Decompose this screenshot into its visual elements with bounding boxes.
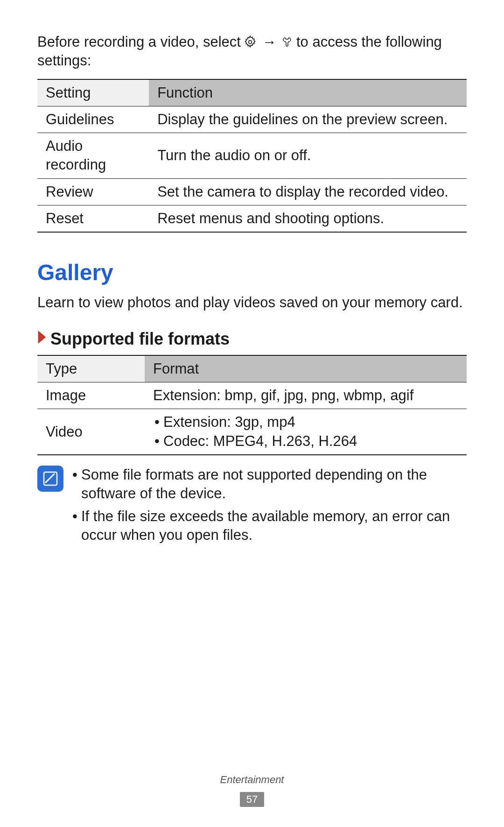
note-item: Some file formats are not supported depe… bbox=[71, 466, 467, 503]
format-cell: Extension: 3gp, mp4 Codec: MPEG4, H.263,… bbox=[145, 409, 467, 455]
header-setting: Setting bbox=[37, 79, 149, 106]
video-formats-list: Extension: 3gp, mp4 Codec: MPEG4, H.263,… bbox=[153, 413, 458, 451]
svg-point-0 bbox=[248, 41, 252, 44]
type-cell: Video bbox=[37, 409, 145, 455]
intro-paragraph: Before recording a video, select → to ac… bbox=[37, 33, 467, 71]
table-row: Audio recording Turn the audio on or off… bbox=[37, 133, 467, 179]
gallery-description: Learn to view photos and play videos sav… bbox=[37, 293, 467, 312]
function-cell: Reset menus and shooting options. bbox=[149, 205, 467, 233]
subsection-title: Supported file formats bbox=[50, 328, 230, 350]
header-type: Type bbox=[37, 355, 145, 382]
type-cell: Image bbox=[37, 382, 145, 409]
intro-before-text: Before recording a video, select bbox=[37, 33, 241, 51]
table-header-row: Setting Function bbox=[37, 79, 467, 106]
note-item: If the file size exceeds the available m… bbox=[71, 507, 467, 545]
setting-cell: Audio recording bbox=[37, 133, 149, 179]
table-row: Image Extension: bmp, gif, jpg, png, wbm… bbox=[37, 382, 467, 409]
setting-cell: Review bbox=[37, 178, 149, 205]
subsection-header: Supported file formats bbox=[37, 328, 467, 350]
intro-after-text: to access the following bbox=[296, 33, 442, 51]
gear-icon bbox=[244, 35, 257, 49]
list-item: Codec: MPEG4, H.263, H.264 bbox=[153, 432, 458, 451]
note-content: Some file formats are not supported depe… bbox=[71, 466, 467, 548]
table-row: Reset Reset menus and shooting options. bbox=[37, 205, 467, 233]
page-number: 57 bbox=[240, 792, 264, 807]
setting-cell: Reset bbox=[37, 205, 149, 233]
page-footer: Entertainment 57 bbox=[0, 773, 504, 807]
settings-table: Setting Function Guidelines Display the … bbox=[37, 79, 467, 233]
chevron-right-icon bbox=[37, 330, 47, 348]
header-format: Format bbox=[145, 355, 467, 382]
table-row: Review Set the camera to display the rec… bbox=[37, 178, 467, 205]
footer-category: Entertainment bbox=[0, 773, 504, 787]
note-icon bbox=[37, 466, 63, 492]
section-title-gallery: Gallery bbox=[37, 258, 467, 287]
function-cell: Turn the audio on or off. bbox=[149, 133, 467, 179]
table-header-row: Type Format bbox=[37, 355, 467, 382]
header-function: Function bbox=[149, 79, 467, 106]
intro-line2: settings: bbox=[37, 51, 467, 70]
function-cell: Display the guidelines on the preview sc… bbox=[149, 106, 467, 133]
format-cell: Extension: bmp, gif, jpg, png, wbmp, agi… bbox=[145, 382, 467, 409]
wrench-icon bbox=[282, 35, 294, 49]
arrow-right-icon: → bbox=[262, 33, 277, 51]
table-row: Video Extension: 3gp, mp4 Codec: MPEG4, … bbox=[37, 409, 467, 455]
function-cell: Set the camera to display the recorded v… bbox=[149, 178, 467, 205]
note-box: Some file formats are not supported depe… bbox=[37, 466, 467, 548]
list-item: Extension: 3gp, mp4 bbox=[153, 413, 458, 431]
table-row: Guidelines Display the guidelines on the… bbox=[37, 106, 467, 133]
formats-table: Type Format Image Extension: bmp, gif, j… bbox=[37, 355, 467, 455]
setting-cell: Guidelines bbox=[37, 106, 149, 133]
